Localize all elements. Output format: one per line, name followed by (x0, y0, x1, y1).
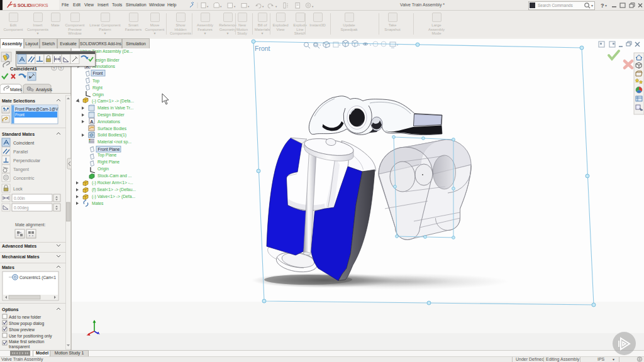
svg-text:▾: ▾ (220, 5, 222, 8)
svg-text:0.00in: 0.00in (14, 196, 25, 200)
svg-text:Mate Selections: Mate Selections (2, 99, 35, 103)
svg-text:Mechanical Mates: Mechanical Mates (2, 255, 40, 259)
svg-text:Concentric1 (Cam<1: Concentric1 (Cam<1 (19, 275, 56, 280)
svg-text:Front: Front (15, 112, 25, 117)
svg-text:Show popup dialog: Show popup dialog (9, 321, 44, 326)
svg-text:▾: ▾ (397, 43, 398, 47)
svg-text:Front: Front (255, 45, 270, 52)
svg-text:Parallel: Parallel (13, 150, 28, 154)
svg-text:▾: ▾ (339, 43, 340, 47)
svg-text:▾: ▾ (358, 43, 360, 47)
svg-text:?: ? (601, 3, 604, 9)
svg-text:Use for positioning only: Use for positioning only (9, 334, 52, 339)
svg-text:Make first selection: Make first selection (9, 339, 45, 344)
svg-text:Mates: Mates (2, 265, 14, 270)
svg-text:Perpendicular: Perpendicular (13, 158, 41, 163)
svg-text:Coincident1: Coincident1 (10, 66, 37, 72)
svg-text:Coincident: Coincident (13, 141, 34, 145)
svg-text:Show preview: Show preview (9, 327, 35, 332)
svg-text:WORKS: WORKS (31, 3, 48, 8)
svg-text:0.00deg: 0.00deg (14, 206, 29, 211)
svg-text:Add to new folder: Add to new folder (9, 315, 42, 319)
svg-text:transparent: transparent (9, 344, 30, 349)
svg-text:Options: Options (2, 307, 19, 312)
svg-text:Mate alignment:: Mate alignment: (15, 222, 45, 228)
svg-text:▾: ▾ (262, 5, 264, 8)
svg-text:Tangent: Tangent (13, 167, 29, 172)
svg-text:Mates: Mates (10, 87, 23, 92)
svg-text:▾: ▾ (370, 43, 371, 47)
svg-text:Lock: Lock (13, 187, 23, 191)
svg-text:▾: ▾ (312, 5, 314, 8)
svg-text:Front Plane@Cam-1@V: Front Plane@Cam-1@V (15, 107, 58, 111)
svg-text:▾: ▾ (605, 4, 607, 8)
svg-text:▾: ▾ (319, 43, 321, 47)
svg-text:S SOLID: S SOLID (13, 3, 31, 8)
svg-text:Standard Mates: Standard Mates (2, 132, 35, 136)
svg-text:▾: ▾ (234, 5, 236, 8)
svg-text:Advanced Mates: Advanced Mates (2, 244, 36, 248)
svg-text:▾: ▾ (248, 5, 250, 8)
svg-text:Analysis: Analysis (36, 87, 53, 92)
svg-text:▾: ▾ (591, 4, 593, 8)
svg-text:Concentric: Concentric (13, 176, 35, 180)
svg-text:▾: ▾ (207, 5, 209, 8)
svg-text:▾: ▾ (275, 5, 277, 8)
